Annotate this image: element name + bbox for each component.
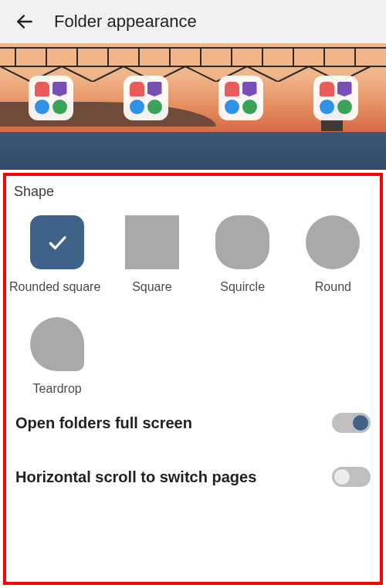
toggle-full-screen[interactable] xyxy=(332,413,371,433)
shape-grid: Rounded square Square Squircle Round Tea… xyxy=(14,215,372,396)
shape-thumb-teardrop xyxy=(30,317,84,371)
shape-option-squircle[interactable]: Squircle xyxy=(204,215,282,294)
preview-folder-icon xyxy=(124,76,168,120)
back-button[interactable] xyxy=(12,9,37,34)
toggle-horizontal-scroll[interactable] xyxy=(332,467,371,487)
shape-label: Rounded square xyxy=(9,280,100,294)
preview-folder-icon xyxy=(218,76,263,120)
settings-panel: Shape Rounded square Square Squircle Rou… xyxy=(0,170,386,504)
preview-folder-icon xyxy=(29,76,73,120)
shape-label: Teardrop xyxy=(14,382,100,396)
checkmark-icon xyxy=(30,215,84,269)
page-title: Folder appearance xyxy=(54,12,197,32)
arrow-left-icon xyxy=(15,12,35,32)
switch-knob xyxy=(334,469,350,485)
switch-knob xyxy=(353,415,368,431)
preview-folder-icon xyxy=(313,76,358,120)
wallpaper-preview xyxy=(0,43,386,170)
shape-label: Round xyxy=(294,280,372,294)
shape-option-round[interactable]: Round xyxy=(294,215,372,294)
shape-thumb-rounded-square xyxy=(30,215,84,269)
shape-section-label: Shape xyxy=(14,184,372,200)
toggle-row-horizontal-scroll: Horizontal scroll to switch pages xyxy=(14,450,372,504)
shape-option-rounded-square[interactable]: Rounded square xyxy=(14,215,100,294)
shape-option-teardrop[interactable]: Teardrop xyxy=(14,317,100,396)
toggle-row-full-screen: Open folders full screen xyxy=(14,396,372,450)
shape-thumb-square xyxy=(125,215,179,269)
shape-label: Squircle xyxy=(204,280,282,294)
shape-thumb-squircle xyxy=(215,215,269,269)
header-bar: Folder appearance xyxy=(0,0,386,43)
shape-label: Square xyxy=(113,280,191,294)
shape-thumb-round xyxy=(306,215,360,269)
toggle-label: Open folders full screen xyxy=(15,414,192,432)
toggle-label: Horizontal scroll to switch pages xyxy=(15,468,256,486)
shape-option-square[interactable]: Square xyxy=(113,215,191,294)
preview-folders-row xyxy=(0,76,386,120)
